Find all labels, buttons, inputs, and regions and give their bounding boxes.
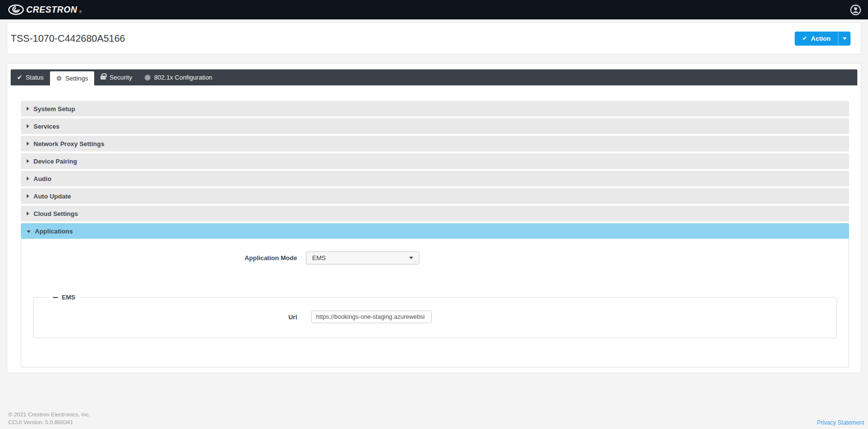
accordion-label: Services	[33, 123, 60, 130]
accordion-system-setup[interactable]: System Setup	[21, 101, 849, 116]
tab-8021x-configuration[interactable]: 802.1x Configuration	[138, 69, 218, 85]
tab-label: 802.1x Configuration	[154, 74, 212, 81]
chevron-down-icon	[843, 37, 847, 40]
footer-version: CCUI Version: 5.0.869341	[8, 419, 90, 427]
user-account-icon[interactable]	[850, 4, 861, 16]
url-row: Url	[33, 311, 836, 323]
accordion-label: Device Pairing	[33, 158, 77, 165]
collapse-minus-icon	[53, 297, 58, 298]
caret-right-icon	[27, 212, 29, 215]
accordion-device-pairing[interactable]: Device Pairing	[21, 153, 849, 169]
url-label: Url	[33, 314, 297, 321]
tab-label: Status	[26, 74, 44, 81]
accordion-audio[interactable]: Audio	[21, 171, 849, 186]
privacy-statement-link[interactable]: Privacy Statement	[817, 419, 864, 426]
accordion-label: Cloud Settings	[33, 210, 78, 217]
footer: © 2021 Crestron Electronics, Inc. CCUI V…	[8, 411, 864, 426]
action-dropdown-toggle[interactable]	[838, 32, 851, 46]
accordion-auto-update[interactable]: Auto Update	[21, 188, 849, 204]
gear-icon: ⚙	[56, 75, 62, 82]
tab-label: Security	[109, 74, 132, 81]
action-split-button: ✔ Action	[795, 32, 851, 46]
brand-name: CRESTRON	[26, 5, 77, 15]
caret-right-icon	[27, 194, 29, 198]
topbar: CRESTRON ®	[0, 0, 868, 19]
tab-bar: ✔ Status ⚙ Settings Security 802.1x Conf…	[11, 69, 857, 85]
check-icon: ✔	[802, 35, 807, 42]
accordion-applications[interactable]: Applications	[21, 223, 849, 239]
globe-icon	[145, 75, 150, 81]
caret-right-icon	[27, 142, 29, 146]
main-card: ✔ Status ⚙ Settings Security 802.1x Conf…	[7, 63, 861, 373]
application-mode-select[interactable]: EMS	[306, 251, 419, 264]
accordion-label: Auto Update	[33, 193, 71, 200]
url-input[interactable]	[311, 311, 432, 323]
ems-legend-label: EMS	[62, 294, 75, 301]
tab-security[interactable]: Security	[94, 69, 138, 85]
crestron-logo: CRESTRON ®	[8, 4, 82, 16]
caret-right-icon	[27, 177, 29, 181]
tab-settings[interactable]: ⚙ Settings	[50, 71, 95, 85]
application-mode-value: EMS	[312, 254, 326, 262]
action-button[interactable]: ✔ Action	[795, 32, 838, 46]
settings-tab-content: System Setup Services Network Proxy Sett…	[11, 85, 857, 367]
accordion-label: Audio	[33, 175, 51, 182]
accordion-network-proxy-settings[interactable]: Network Proxy Settings	[21, 136, 849, 151]
lock-icon	[100, 76, 106, 80]
accordion-label: System Setup	[33, 105, 75, 113]
crestron-swirl-icon	[8, 4, 24, 16]
footer-copyright: © 2021 Crestron Electronics, Inc.	[8, 411, 90, 419]
check-icon: ✔	[17, 74, 22, 81]
title-card: TSS-1070-C442680A5166 ✔ Action	[7, 22, 861, 54]
applications-panel-body: Application Mode EMS EMS Url	[21, 239, 849, 367]
ems-legend[interactable]: EMS	[49, 294, 80, 301]
caret-right-icon	[27, 159, 29, 163]
caret-right-icon	[27, 107, 29, 111]
accordion-label: Network Proxy Settings	[33, 140, 104, 148]
caret-right-icon	[27, 124, 29, 128]
accordion-services[interactable]: Services	[21, 118, 849, 134]
registered-mark: ®	[79, 10, 82, 14]
caret-down-icon	[27, 231, 31, 233]
application-mode-label: Application Mode	[21, 254, 297, 262]
action-button-label: Action	[811, 35, 831, 42]
tab-label: Settings	[65, 75, 88, 82]
accordion-cloud-settings[interactable]: Cloud Settings	[21, 206, 849, 221]
application-mode-row: Application Mode EMS	[21, 239, 849, 264]
page-title: TSS-1070-C442680A5166	[11, 33, 125, 44]
ems-fieldset: EMS Url	[33, 294, 837, 338]
accordion-label: Applications	[35, 228, 73, 235]
chevron-down-icon	[409, 257, 413, 259]
tab-status[interactable]: ✔ Status	[11, 69, 50, 85]
